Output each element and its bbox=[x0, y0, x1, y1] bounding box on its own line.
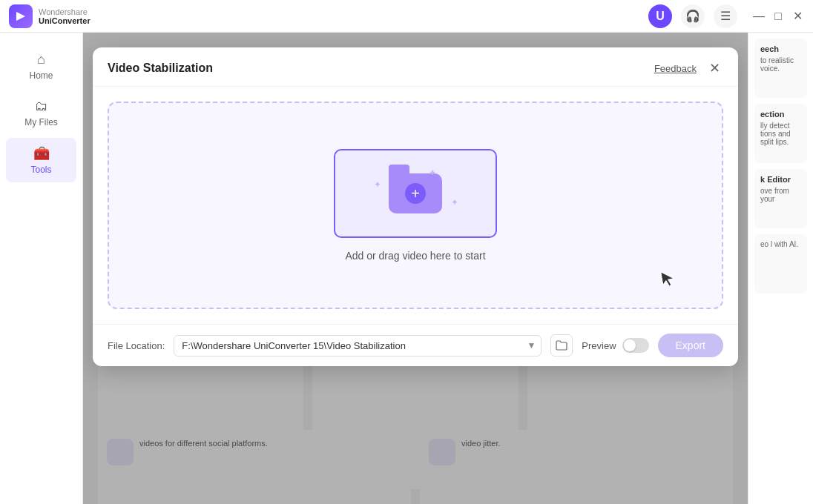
sparkle-icon-3: ✦ bbox=[429, 168, 436, 178]
right-card-text-2: lly detect tions and split lips. bbox=[760, 122, 801, 146]
toggle-knob bbox=[624, 339, 636, 351]
cursor-icon bbox=[659, 268, 679, 294]
modal-overlay: Video Stabilization Feedback ✕ bbox=[83, 33, 748, 504]
right-card-1: eech to realistic voice. bbox=[754, 39, 807, 98]
modal-body: + ✦ ✦ ✦ Add or drag video here to start bbox=[93, 87, 738, 324]
browse-folder-button[interactable] bbox=[550, 334, 573, 357]
right-card-title-2: ection bbox=[760, 110, 801, 119]
feedback-link[interactable]: Feedback bbox=[654, 63, 697, 74]
modal-header-right: Feedback ✕ bbox=[654, 59, 723, 77]
support-button[interactable]: 🎧 bbox=[681, 4, 705, 28]
folder-main-icon: + bbox=[389, 173, 442, 213]
sidebar-item-myfiles[interactable]: 🗂 My Files bbox=[6, 91, 76, 135]
main-layout: ⌂ Home 🗂 My Files 🧰 Tools videos for dif… bbox=[0, 33, 813, 504]
files-icon: 🗂 bbox=[35, 99, 48, 114]
right-card-3: k Editor ove from your bbox=[754, 169, 807, 228]
preview-label: Preview bbox=[582, 340, 616, 351]
app-brand: Wondershare UniConverter bbox=[39, 7, 90, 25]
right-card-2: ection lly detect tions and split lips. bbox=[754, 104, 807, 163]
tools-icon: 🧰 bbox=[33, 145, 50, 162]
app-logo: Wondershare UniConverter bbox=[9, 4, 90, 28]
sidebar-item-myfiles-label: My Files bbox=[24, 117, 58, 127]
modal-header: Video Stabilization Feedback ✕ bbox=[93, 47, 738, 87]
video-stabilization-modal: Video Stabilization Feedback ✕ bbox=[93, 47, 738, 366]
sparkle-icon-1: ✦ bbox=[374, 179, 381, 190]
window-controls: — □ ✕ bbox=[752, 10, 804, 23]
avatar-button[interactable]: U bbox=[648, 4, 672, 28]
file-location-select-wrap: F:\Wondershare UniConverter 15\Video Sta… bbox=[174, 335, 542, 357]
right-card-title-1: eech bbox=[760, 44, 801, 53]
drop-zone[interactable]: + ✦ ✦ ✦ Add or drag video here to start bbox=[108, 102, 723, 309]
svg-marker-0 bbox=[16, 12, 25, 21]
modal-title: Video Stabilization bbox=[108, 62, 213, 75]
sidebar-item-home-label: Home bbox=[29, 70, 53, 81]
folder-tab bbox=[389, 165, 409, 175]
drop-zone-inner: + ✦ ✦ ✦ bbox=[334, 149, 497, 238]
title-bar: Wondershare UniConverter U 🎧 ☰ — □ ✕ bbox=[0, 0, 813, 33]
folder-icon-container: + ✦ ✦ ✦ bbox=[389, 173, 442, 213]
right-card-text-4: eo l with AI. bbox=[760, 240, 801, 248]
modal-close-button[interactable]: ✕ bbox=[705, 59, 723, 77]
sidebar-item-home[interactable]: ⌂ Home bbox=[6, 44, 76, 88]
sparkle-icon-2: ✦ bbox=[451, 197, 458, 208]
minimize-button[interactable]: — bbox=[752, 10, 766, 23]
right-card-text-1: to realistic voice. bbox=[760, 56, 801, 73]
maximize-button[interactable]: □ bbox=[771, 10, 785, 23]
right-panel: eech to realistic voice. ection lly dete… bbox=[748, 33, 813, 504]
title-bar-controls: U 🎧 ☰ — □ ✕ bbox=[648, 4, 804, 28]
folder-plus-icon: + bbox=[405, 183, 426, 204]
preview-toggle[interactable] bbox=[622, 338, 649, 353]
sidebar-item-tools[interactable]: 🧰 Tools bbox=[6, 138, 76, 182]
right-card-title-3: k Editor bbox=[760, 175, 801, 184]
file-location-select[interactable]: F:\Wondershare UniConverter 15\Video Sta… bbox=[174, 335, 542, 357]
preview-section: Preview bbox=[582, 338, 648, 353]
right-card-4: eo l with AI. bbox=[754, 234, 807, 294]
right-card-text-3: ove from your bbox=[760, 187, 801, 203]
sidebar-item-tools-label: Tools bbox=[30, 165, 51, 175]
sidebar: ⌂ Home 🗂 My Files 🧰 Tools bbox=[0, 33, 83, 504]
modal-footer: File Location: F:\Wondershare UniConvert… bbox=[93, 324, 738, 366]
home-icon: ⌂ bbox=[37, 52, 45, 67]
app-logo-icon bbox=[9, 4, 33, 28]
content-area: videos for different social platforms. v… bbox=[83, 33, 748, 504]
menu-button[interactable]: ☰ bbox=[714, 4, 737, 28]
close-window-button[interactable]: ✕ bbox=[791, 10, 804, 23]
export-button[interactable]: Export bbox=[658, 334, 723, 357]
file-location-label: File Location: bbox=[108, 340, 165, 351]
drop-zone-text: Add or drag video here to start bbox=[345, 250, 485, 262]
